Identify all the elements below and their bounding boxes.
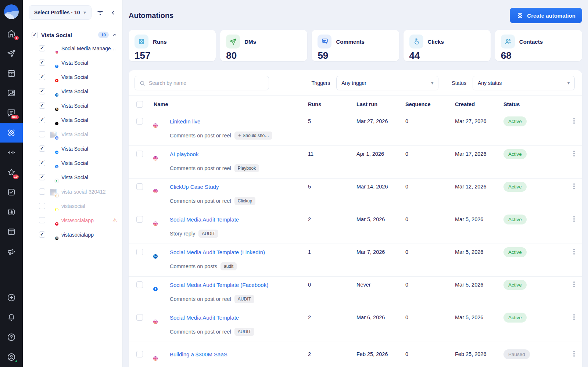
profile-list-item[interactable]: vista-social-320412 ⚠ [23,184,122,199]
sidebar-item-advocacy[interactable] [0,242,23,262]
profile-checkbox[interactable] [39,174,45,180]
sidebar-item-help[interactable] [0,327,23,347]
select-profiles-button[interactable]: Select Profiles · 10 ▾ [29,5,92,20]
profile-checkbox[interactable] [39,188,45,195]
platform-badge-icon [153,123,158,129]
profile-list-item[interactable]: Vista Social ⚠ [23,141,122,156]
profile-list-item[interactable]: Vista Social ⚠ [23,113,122,127]
sidebar-item-home[interactable]: 1 [0,24,23,43]
keyword-tag: AUDIT [234,295,254,303]
platform-badge-icon [153,155,158,161]
automation-name-link[interactable]: Social Media Audit Template (Facebook) [170,282,268,288]
profile-list-item[interactable]: Vista Social ⚠ [23,84,122,98]
profile-checkbox[interactable] [39,203,45,209]
collapse-panel-button[interactable] [108,8,118,17]
profile-checkbox[interactable] [39,45,45,51]
sidebar-item-automations[interactable] [0,123,23,143]
row-checkbox[interactable] [136,118,143,125]
profile-checkbox[interactable] [39,60,45,66]
profile-list-item[interactable]: Vista Social ⚠ [23,127,122,141]
megaphone-icon [7,247,16,256]
profile-checkbox[interactable] [39,145,45,152]
automation-avatar [154,311,166,324]
stat-value: 80 [226,50,301,61]
profile-avatar [49,173,58,182]
automation-name-link[interactable]: ClickUp Case Study [170,184,219,190]
row-menu-button[interactable] [570,281,578,288]
trigger-filter-dropdown[interactable]: Any trigger ▾ [336,76,438,90]
triggers-filter-label: Triggers [311,80,330,86]
group-checkbox[interactable] [32,32,38,38]
profile-list-item[interactable]: Vista Social ⚠ [23,70,122,84]
row-checkbox[interactable] [136,351,143,357]
automation-name-link[interactable]: Social Media Audit Template [170,314,239,321]
select-all-checkbox[interactable] [136,101,143,108]
automation-avatar [154,278,166,291]
row-checkbox[interactable] [136,249,143,255]
platform-badge-icon [54,121,59,126]
profile-list-item[interactable]: Vista Social ⚠ [23,156,122,170]
profile-checkbox[interactable] [39,131,45,137]
sidebar-item-reports[interactable] [0,202,23,222]
row-menu-button[interactable] [570,183,578,190]
profile-list-item[interactable]: vistasocial ⚠ [23,199,122,213]
automation-name-link[interactable]: Social Media Audit Template (LinkedIn) [170,249,265,255]
waveform-icon [7,148,16,157]
vista-social-logo[interactable] [0,0,23,24]
row-menu-button[interactable] [570,216,578,223]
profile-checkbox[interactable] [39,74,45,80]
row-checkbox[interactable] [136,183,143,190]
row-checkbox[interactable] [136,151,143,157]
profile-list-item[interactable]: Vista Social ⚠ [23,170,122,184]
profile-checkbox[interactable] [39,160,45,166]
profile-checkbox[interactable] [39,117,45,123]
runs-value: 5 [308,184,356,190]
profile-list-item[interactable]: vistasocialapp ⚠ [23,213,122,227]
status-filter-dropdown[interactable]: Any status ▾ [473,76,575,90]
sidebar-item-notifications[interactable] [0,307,23,327]
platform-badge-icon [54,78,59,83]
sidebar-item-media[interactable] [0,83,23,103]
sidebar-item-add[interactable] [0,288,23,307]
profile-list-item[interactable]: vistasocialapp ⚠ [23,227,122,242]
sidebar-item-publish[interactable] [0,43,23,63]
row-checkbox[interactable] [136,281,143,288]
sidebar-item-listening[interactable] [0,143,23,162]
row-menu-button[interactable] [570,314,578,321]
automation-name-link[interactable]: Social Media Audit Template [170,216,239,223]
automation-name-link[interactable]: Building a $300M SaaS [170,351,227,357]
row-checkbox[interactable] [136,314,143,321]
profile-checkbox[interactable] [39,217,45,223]
row-menu-button[interactable] [570,248,578,256]
sidebar-item-account[interactable] [0,347,23,367]
sidebar-item-inbox[interactable]: 99+ [0,103,23,123]
profile-checkbox[interactable] [39,102,45,109]
automation-name-link[interactable]: LinkedIn live [170,118,200,125]
search-input[interactable] [149,80,264,86]
row-checkbox[interactable] [136,216,143,223]
click-hand-icon [409,35,423,48]
trigger-description: Comments on post or reel [170,198,231,204]
filter-button[interactable] [95,8,105,17]
profile-name: Vista Social [61,174,117,180]
platform-badge-icon [153,221,158,227]
collapse-group-button[interactable] [112,32,117,37]
profile-list-item[interactable]: Social Media Managem… ⚠ [23,41,122,55]
profile-checkbox[interactable] [39,88,45,94]
sidebar-item-dashboard[interactable] [0,222,23,242]
create-automation-button[interactable]: Create automation [510,8,582,23]
logo-icon [4,4,19,19]
profile-avatar [49,101,58,111]
table-row: AI playbook 11 Apr 1, 2026 0 Mar 17, 202… [129,146,582,179]
platform-badge-icon [153,286,158,292]
automation-name-link[interactable]: AI playbook [170,151,198,157]
profile-checkbox[interactable] [39,231,45,238]
profile-list-item[interactable]: Vista Social ⚠ [23,55,122,70]
sidebar-item-calendar[interactable] [0,63,23,83]
row-menu-button[interactable] [570,118,578,125]
row-menu-button[interactable] [570,150,578,158]
sidebar-item-reviews[interactable]: 19 [0,162,23,182]
sidebar-item-tasks[interactable] [0,182,23,202]
profile-list-item[interactable]: Vista Social ⚠ [23,98,122,113]
row-menu-button[interactable] [570,350,578,358]
